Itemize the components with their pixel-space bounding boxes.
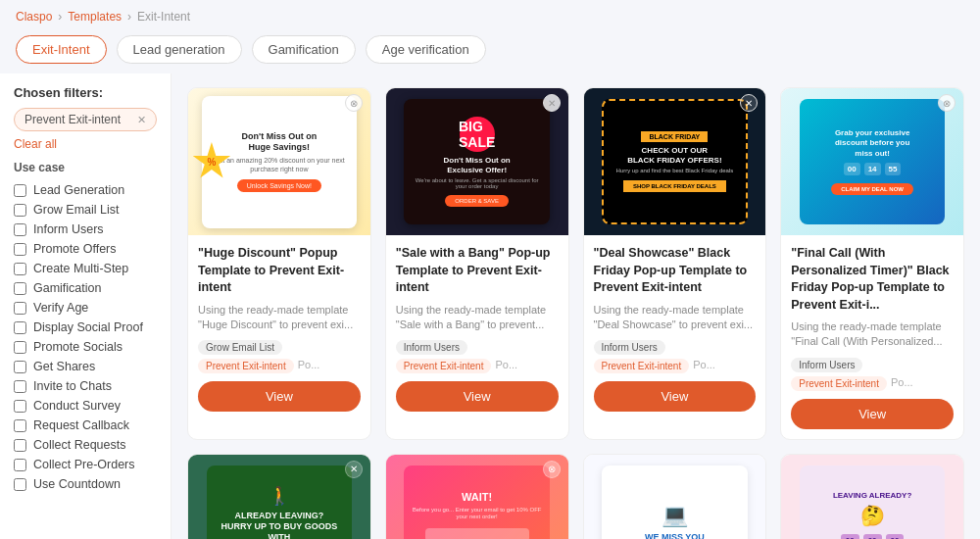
sidebar-item-collect-req[interactable]: Collect Requests [14, 435, 157, 455]
card-3-tag-more: Po... [693, 359, 715, 373]
card-4-tag-2: Prevent Exit-intent [791, 376, 887, 391]
active-filter-chip[interactable]: Prevent Exit-intent ✕ [14, 108, 157, 131]
card-3-close-icon[interactable]: ✕ [740, 94, 758, 112]
tab-gamification[interactable]: Gamification [252, 35, 356, 64]
checkbox-survey[interactable] [14, 400, 26, 413]
card-5-close-icon[interactable]: ✕ [345, 461, 363, 478]
filter-chip-close[interactable]: ✕ [137, 114, 146, 126]
card-1-tag-more: Po... [298, 359, 320, 373]
sidebar-item-countdown[interactable]: Use Countdown [14, 474, 157, 494]
card-2-tag-1: Inform Users [396, 340, 467, 355]
checkbox-invite-chats[interactable] [14, 380, 26, 393]
card-1-tag-1: Grow Email List [198, 340, 282, 355]
card-4: Grab your exclusivediscount before youmi… [780, 87, 964, 440]
checkbox-preorders[interactable] [14, 459, 26, 471]
content-area: % Don't Miss Out onHuge Savings! Get an … [172, 74, 980, 539]
sidebar-item-preorders[interactable]: Collect Pre-Orders [14, 455, 157, 474]
card-5-thumb: 🚶 ALREADY LEAVING?Hurry up to buy goods … [188, 455, 370, 539]
sidebar: Chosen filters: Prevent Exit-intent ✕ Cl… [0, 74, 172, 539]
card-4-close-icon[interactable]: ⊗ [938, 94, 956, 112]
breadcrumb-claspo[interactable]: Claspo [16, 10, 52, 24]
cards-grid: % Don't Miss Out onHuge Savings! Get an … [187, 87, 964, 539]
card-6-close-icon[interactable]: ⊗ [543, 461, 561, 478]
breadcrumb-templates[interactable]: Templates [68, 10, 122, 24]
card-2-tag-more: Po... [495, 359, 517, 373]
card-2-close-icon[interactable]: ✕ [543, 94, 561, 112]
card-4-tag-more: Po... [891, 376, 913, 391]
checkbox-gamification[interactable] [14, 282, 26, 295]
card-2: BIGSALE Don't Miss Out onExclusive Offer… [385, 87, 569, 440]
card-1-thumb: % Don't Miss Out onHuge Savings! Get an … [188, 88, 370, 235]
breadcrumb-sep-2: › [127, 10, 131, 24]
checkbox-promote-offers[interactable] [14, 243, 26, 256]
card-3: BLACK FRIDAY CHECK OUT OURBLACK FRIDAY O… [583, 87, 767, 440]
card-4-view-button[interactable]: View [791, 399, 954, 429]
card-5: 🚶 ALREADY LEAVING?Hurry up to buy goods … [187, 454, 371, 539]
card-1-close-icon[interactable]: ⊗ [345, 94, 363, 112]
card-1-title: "Huge Discount" Popup Template to Preven… [198, 245, 361, 297]
sidebar-item-inform[interactable]: Inform Users [14, 220, 157, 239]
card-3-view-button[interactable]: View [594, 381, 757, 412]
card-3-tag-2: Prevent Exit-intent [594, 359, 690, 373]
card-1-tag-2: Prevent Exit-intent [198, 359, 294, 373]
sidebar-item-gamification[interactable]: Gamification [14, 278, 157, 298]
checkbox-grow-email[interactable] [14, 204, 26, 217]
card-2-title: "Sale with a Bang" Pop-up Template to Pr… [396, 245, 559, 297]
card-8-thumb: LEAVING ALREADY? 🤔 00 00 00 ACTIVATE DIS… [781, 455, 963, 539]
checkbox-callback[interactable] [14, 419, 26, 432]
breadcrumb: Claspo › Templates › Exit-Intent [0, 0, 980, 29]
sidebar-item-grow-email[interactable]: Grow Email List [14, 200, 157, 220]
card-3-tag-1: Inform Users [594, 340, 665, 355]
card-4-thumb: Grab your exclusivediscount before youmi… [781, 88, 963, 235]
sidebar-item-verify-age[interactable]: Verify Age [14, 298, 157, 318]
person-icon: 🚶 [269, 485, 290, 507]
tab-exit-intent[interactable]: Exit-Intent [16, 35, 107, 64]
breadcrumb-sep-1: › [58, 10, 62, 24]
card-4-title: "Final Call (With Personalized Timer)" B… [791, 245, 954, 314]
checkbox-multi-step[interactable] [14, 263, 26, 275]
card-4-desc: Using the ready-made template "Final Cal… [791, 319, 954, 350]
sidebar-item-survey[interactable]: Conduct Survey [14, 396, 157, 416]
sidebar-item-lead-gen[interactable]: Lead Generation [14, 180, 157, 200]
clear-all-link[interactable]: Clear all [14, 137, 157, 151]
sidebar-item-promote-offers[interactable]: Promote Offers [14, 239, 157, 259]
tab-age-verify[interactable]: Age verification [366, 35, 486, 64]
card-2-view-button[interactable]: View [396, 381, 559, 412]
card-1-desc: Using the ready-made template "Huge Disc… [198, 303, 361, 333]
sidebar-item-multi-step[interactable]: Create Multi-Step [14, 259, 157, 278]
card-3-title: "Deal Showcase" Black Friday Pop-up Temp… [594, 245, 757, 297]
checkbox-social-proof[interactable] [14, 321, 26, 334]
use-case-label: Use case [14, 161, 157, 174]
card-1: % Don't Miss Out onHuge Savings! Get an … [187, 87, 371, 440]
sidebar-item-social-proof[interactable]: Display Social Proof [14, 318, 157, 337]
card-4-tag-1: Inform Users [791, 358, 862, 372]
checkbox-lead-gen[interactable] [14, 184, 26, 197]
checkbox-get-shares[interactable] [14, 361, 26, 373]
card-3-desc: Using the ready-made template "Deal Show… [594, 303, 757, 333]
card-8: LEAVING ALREADY? 🤔 00 00 00 ACTIVATE DIS… [780, 454, 964, 539]
card-7: 💻 WE MISS YOU PROMPTED_NAME "Waiting for… [583, 454, 767, 539]
sidebar-item-get-shares[interactable]: Get Shares [14, 357, 157, 376]
checkbox-inform[interactable] [14, 223, 26, 236]
sidebar-item-invite-chats[interactable]: Invite to Chats [14, 376, 157, 396]
sidebar-item-promote-socials[interactable]: Promote Socials [14, 337, 157, 357]
card-7-thumb: 💻 WE MISS YOU PROMPTED_NAME [584, 455, 766, 539]
card-2-desc: Using the ready-made template "Sale with… [396, 303, 559, 333]
tab-lead-gen[interactable]: Lead generation [117, 35, 242, 64]
card-2-thumb: BIGSALE Don't Miss Out onExclusive Offer… [386, 88, 568, 235]
card-1-view-button[interactable]: View [198, 381, 361, 412]
breadcrumb-current: Exit-Intent [137, 10, 190, 24]
man-illus: 🤔 [860, 504, 885, 527]
checkbox-promote-socials[interactable] [14, 341, 26, 354]
checkbox-countdown[interactable] [14, 478, 26, 491]
card-2-tag-2: Prevent Exit-intent [396, 359, 492, 373]
filter-chip-label: Prevent Exit-intent [24, 113, 121, 126]
card-6-thumb: WAIT! Before you go... Enter your email … [386, 455, 568, 539]
checkbox-collect-req[interactable] [14, 439, 26, 452]
sidebar-item-callback[interactable]: Request Callback [14, 416, 157, 435]
tabs-bar: Exit-Intent Lead generation Gamification… [0, 29, 980, 74]
checkbox-verify-age[interactable] [14, 302, 26, 315]
card-3-thumb: BLACK FRIDAY CHECK OUT OURBLACK FRIDAY O… [584, 88, 766, 235]
filters-title: Chosen filters: [14, 85, 157, 100]
card-6: WAIT! Before you go... Enter your email … [385, 454, 569, 539]
